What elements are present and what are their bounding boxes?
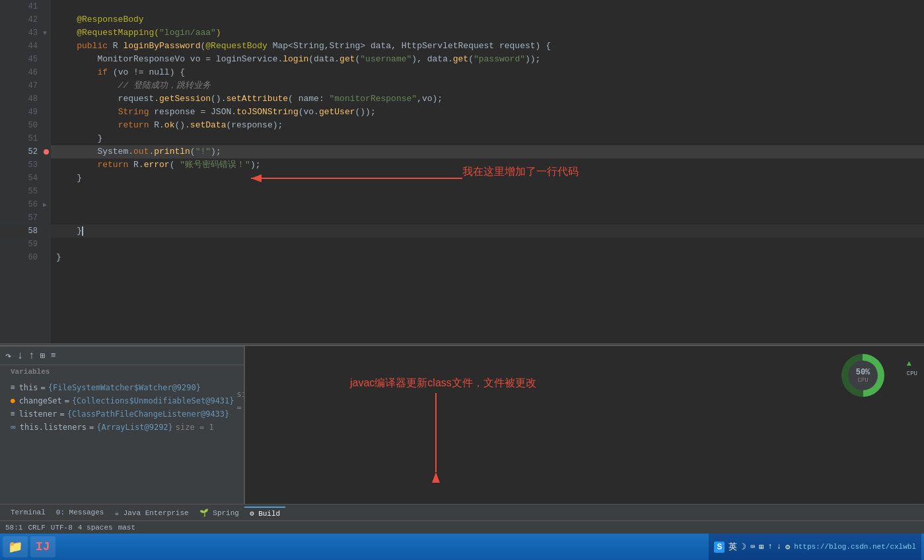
line-num-49: 49 [0, 106, 38, 119]
line-num-46: 46 [0, 66, 38, 79]
line-num-51: 51 [0, 132, 38, 145]
line-num-52: 52 [0, 145, 38, 158]
code-line-46: if (vo != null) { [51, 66, 924, 79]
line-num-58: 58 [0, 225, 38, 238]
tab-messages[interactable]: 0: Messages [51, 507, 110, 518]
var-icon-eq: ≡ [11, 381, 15, 394]
code-line-59 [51, 238, 924, 251]
code-line-58: } [51, 225, 924, 238]
var-icon-double: ∞ [11, 421, 16, 434]
cpu-indicator: 50% CPU [841, 354, 888, 400]
status-indent: 4 spaces [78, 524, 113, 532]
debug-toolbar: ↷ ↓ ↑ ⊞ ≡ [0, 347, 244, 365]
tab-build[interactable]: ⚙ Build [244, 507, 285, 519]
var-name-this-listeners: this.listeners [20, 421, 87, 434]
cpu-circle: 50% CPU [841, 354, 884, 397]
line-num-54: 54 [0, 172, 38, 185]
cpu-percent: 50% [856, 368, 871, 377]
code-line-45: MonitorResponseVo vo = loginService.logi… [51, 53, 924, 66]
tab-terminal[interactable]: Terminal [5, 507, 51, 518]
status-line-ending: CRLF [28, 524, 45, 532]
taskbar-folder-btn[interactable]: 📁 [3, 536, 28, 557]
step-out-icon[interactable]: ↑ [28, 350, 35, 362]
line-num-57: 57 [0, 211, 38, 225]
code-line-43: @RequestMapping("login/aaa") [51, 26, 924, 40]
code-line-48: request.getSession().setAttribute( name:… [51, 92, 924, 106]
taskbar-tray: S 英 ☽ ⌨ ⊞ ↑ ↓ ⚙ https://blog.csdn.net/cx… [709, 534, 921, 560]
taskbar-intellij-btn[interactable]: IJ [30, 536, 55, 557]
moon-icon: ☽ [741, 542, 746, 552]
variables-list: ≡ this = {FileSystemWatcher$Watcher@9290… [0, 378, 244, 517]
var-row-this-listeners[interactable]: ∞ this.listeners = {ArrayList@9292} size… [0, 421, 244, 434]
code-line-60: } [51, 251, 924, 264]
code-line-41 [51, 0, 924, 13]
code-line-54: } [51, 172, 924, 185]
var-value-changeset: {Collections$UnmodifiableSet@9431} [72, 394, 234, 407]
cpu-side-icons: ▲ CPU [907, 359, 917, 377]
step-into-icon[interactable]: ↓ [17, 350, 24, 362]
line-num-42: 42 [0, 13, 38, 26]
code-line-56 [51, 198, 924, 211]
code-line-52: System.out.println("!"); [51, 145, 924, 158]
cpu-label: CPU [857, 377, 868, 384]
folder-icon: 📁 [8, 540, 22, 554]
gutter: ▼ ▶ [43, 0, 51, 355]
code-line-47: // 登陆成功，跳转业务 [51, 79, 924, 92]
settings-icon: ⚙ [785, 542, 790, 552]
sougou-icon: S [714, 542, 725, 553]
var-value-listener: {ClassPathFileChangeListener@9433} [67, 407, 230, 421]
cpu-inner: 50% CPU [848, 361, 878, 390]
var-name-changeset: changeSet [19, 394, 62, 407]
variables-header: Variables [0, 365, 244, 378]
var-name-listener: listener [19, 407, 57, 421]
code-line-42: @ResponseBody [51, 13, 924, 26]
upload-icon: ▲ [907, 359, 917, 368]
url-text: https://blog.csdn.net/cxlwbl [794, 543, 916, 551]
code-editor: 41 42 43 44 45 46 47 48 49 50 51 52 53 5… [0, 0, 924, 355]
step-over-icon[interactable]: ↷ [5, 349, 12, 363]
code-line-53: return R.error( "账号密码错误！"); [51, 158, 924, 172]
var-name-this: this [19, 381, 38, 394]
taskbar: 📁 IJ S 英 ☽ ⌨ ⊞ ↑ ↓ ⚙ https://blog.csdn.n… [0, 534, 924, 560]
code-line-44: public R loginByPassword(@RequestBody Ma… [51, 40, 924, 53]
line-num-44: 44 [0, 40, 38, 53]
tab-java-enterprise[interactable]: ☕ Java Enterprise [109, 507, 194, 518]
var-row-this[interactable]: ≡ this = {FileSystemWatcher$Watcher@9290… [0, 381, 244, 394]
code-line-57 [51, 211, 924, 225]
line-num-41: 41 [0, 0, 38, 13]
debug-panel: ↷ ↓ ↑ ⊞ ≡ Variables ≡ this = {FileSystem… [0, 346, 244, 505]
var-row-listener[interactable]: ≡ listener = {ClassPathFileChangeListene… [0, 407, 244, 421]
code-line-55 [51, 185, 924, 198]
line-num-60: 60 [0, 251, 38, 264]
var-row-changeset[interactable]: ● changeSet = {Collections$UnmodifiableS… [0, 394, 244, 407]
line-numbers: 41 42 43 44 45 46 47 48 49 50 51 52 53 5… [0, 0, 43, 355]
keyboard-icon: ⌨ [750, 542, 755, 552]
code-line-51: } [51, 132, 924, 145]
code-line-49: String response = JSON.toJSONString(vo.g… [51, 106, 924, 119]
line-num-43: 43 [0, 26, 38, 40]
build-panel [244, 346, 924, 505]
status-bar: 58:1 CRLF UTF-8 4 spaces mast [0, 520, 924, 534]
var-extra-this-listeners: size = 1 [176, 421, 214, 434]
filter-icon[interactable]: ≡ [51, 351, 56, 361]
status-encoding: UTF-8 [51, 524, 73, 532]
var-extra-changeset: size = 1 [237, 388, 244, 414]
line-num-47: 47 [0, 79, 38, 92]
var-icon-eq2: ≡ [11, 407, 15, 421]
download-icon: ↓ [777, 542, 781, 551]
code-lines[interactable]: @ResponseBody @RequestMapping("login/aaa… [51, 0, 924, 355]
line-num-56: 56 [0, 198, 38, 211]
line-num-45: 45 [0, 53, 38, 66]
line-num-53: 53 [0, 158, 38, 172]
tab-spring[interactable]: 🌱 Spring [194, 507, 244, 518]
input-icon: 英 [729, 541, 737, 553]
tool-tabs-bar: Terminal 0: Messages ☕ Java Enterprise 🌱… [0, 504, 924, 520]
code-line-50: return R.ok().setData(response); [51, 119, 924, 132]
var-icon-circle: ● [11, 394, 15, 407]
cpu-text: CPU [907, 370, 917, 377]
line-num-59: 59 [0, 238, 38, 251]
line-num-50: 50 [0, 119, 38, 132]
table-view-icon[interactable]: ⊞ [40, 351, 46, 361]
var-value-this: {FileSystemWatcher$Watcher@9290} [48, 381, 201, 394]
line-num-55: 55 [0, 185, 38, 198]
